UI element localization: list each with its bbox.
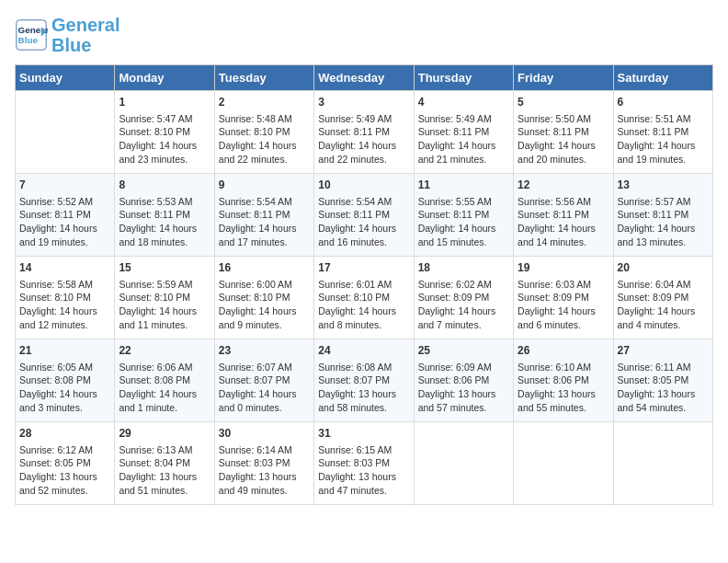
sun-info-line: Sunrise: 5:49 AM	[318, 113, 392, 124]
cell-sun-info: Sunrise: 6:14 AMSunset: 8:03 PMDaylight:…	[219, 443, 310, 498]
calendar-cell: 11Sunrise: 5:55 AMSunset: 8:11 PMDayligh…	[414, 174, 513, 257]
sun-info-line: Daylight: 14 hours	[318, 140, 396, 151]
cell-sun-info: Sunrise: 5:47 AMSunset: 8:10 PMDaylight:…	[119, 112, 210, 167]
sun-info-line: Daylight: 13 hours	[219, 471, 297, 482]
sun-info-line: Sunrise: 5:48 AM	[219, 113, 292, 124]
sun-info-line: Daylight: 14 hours	[19, 305, 97, 316]
sun-info-line: Sunrise: 6:14 AM	[219, 444, 292, 455]
sun-info-line: and 23 minutes.	[119, 154, 188, 165]
sun-info-line: and 7 minutes.	[418, 319, 482, 330]
sun-info-line: Daylight: 14 hours	[219, 140, 297, 151]
day-number: 15	[119, 260, 210, 276]
sun-info-line: Sunset: 8:10 PM	[119, 126, 190, 137]
sun-info-line: Sunset: 8:10 PM	[219, 292, 290, 303]
calendar-week-row: 1Sunrise: 5:47 AMSunset: 8:10 PMDaylight…	[16, 91, 713, 174]
calendar-cell: 25Sunrise: 6:09 AMSunset: 8:06 PMDayligh…	[414, 339, 513, 422]
sun-info-line: Sunrise: 5:54 AM	[318, 196, 392, 207]
calendar-cell: 29Sunrise: 6:13 AMSunset: 8:04 PMDayligh…	[115, 422, 214, 505]
sun-info-line: and 55 minutes.	[518, 402, 586, 413]
calendar-cell: 23Sunrise: 6:07 AMSunset: 8:07 PMDayligh…	[214, 339, 313, 422]
sun-info-line: and 18 minutes.	[119, 236, 188, 247]
sun-info-line: Sunrise: 5:55 AM	[418, 196, 492, 207]
calendar-cell: 14Sunrise: 5:58 AMSunset: 8:10 PMDayligh…	[16, 257, 115, 339]
sun-info-line: and 15 minutes.	[418, 236, 487, 247]
sun-info-line: Daylight: 14 hours	[418, 305, 496, 316]
sun-info-line: Sunset: 8:03 PM	[219, 457, 290, 468]
logo-text2: Blue	[51, 35, 119, 55]
calendar-cell: 4Sunrise: 5:49 AMSunset: 8:11 PMDaylight…	[414, 91, 513, 174]
logo: General Blue General Blue	[15, 15, 119, 55]
calendar-cell: 20Sunrise: 6:04 AMSunset: 8:09 PMDayligh…	[613, 257, 712, 339]
sun-info-line: Sunset: 8:04 PM	[119, 457, 190, 468]
sun-info-line: Daylight: 14 hours	[518, 223, 596, 234]
calendar-week-row: 28Sunrise: 6:12 AMSunset: 8:05 PMDayligh…	[16, 422, 713, 505]
sun-info-line: Sunrise: 6:02 AM	[418, 279, 492, 290]
sun-info-line: Daylight: 13 hours	[119, 471, 197, 482]
svg-text:Blue: Blue	[18, 35, 39, 45]
cell-sun-info: Sunrise: 6:13 AMSunset: 8:04 PMDaylight:…	[119, 443, 210, 498]
cell-sun-info: Sunrise: 5:53 AMSunset: 8:11 PMDaylight:…	[119, 195, 210, 249]
cell-sun-info: Sunrise: 6:15 AMSunset: 8:03 PMDaylight:…	[318, 443, 409, 498]
calendar-cell: 17Sunrise: 6:01 AMSunset: 8:10 PMDayligh…	[314, 257, 414, 339]
sun-info-line: and 4 minutes.	[618, 319, 681, 330]
day-number: 16	[219, 260, 310, 276]
sun-info-line: Daylight: 14 hours	[19, 388, 97, 399]
calendar-cell: 21Sunrise: 6:05 AMSunset: 8:08 PMDayligh…	[16, 339, 115, 422]
weekday-header-tuesday: Tuesday	[214, 65, 313, 91]
sun-info-line: Sunset: 8:10 PM	[219, 126, 290, 137]
sun-info-line: and 51 minutes.	[119, 485, 188, 496]
sun-info-line: Sunset: 8:09 PM	[418, 292, 490, 303]
sun-info-line: Sunrise: 5:59 AM	[119, 279, 192, 290]
sun-info-line: Daylight: 13 hours	[318, 388, 396, 399]
sun-info-line: Sunset: 8:08 PM	[119, 374, 190, 385]
calendar-cell: 5Sunrise: 5:50 AMSunset: 8:11 PMDaylight…	[514, 91, 613, 174]
sun-info-line: Sunrise: 6:07 AM	[219, 362, 292, 373]
sun-info-line: Sunrise: 5:52 AM	[19, 196, 93, 207]
sun-info-line: Sunset: 8:05 PM	[19, 457, 91, 468]
day-number: 6	[618, 95, 709, 110]
calendar-cell: 7Sunrise: 5:52 AMSunset: 8:11 PMDaylight…	[16, 174, 115, 257]
sun-info-line: and 22 minutes.	[318, 154, 387, 165]
day-number: 2	[219, 95, 310, 110]
day-number: 29	[119, 426, 210, 442]
day-number: 8	[119, 178, 210, 193]
sun-info-line: Daylight: 14 hours	[518, 140, 596, 151]
calendar-week-row: 7Sunrise: 5:52 AMSunset: 8:11 PMDaylight…	[16, 174, 713, 257]
sun-info-line: Daylight: 14 hours	[518, 305, 596, 316]
sun-info-line: Sunset: 8:03 PM	[318, 457, 390, 468]
sun-info-line: and 16 minutes.	[318, 236, 387, 247]
sun-info-line: Daylight: 14 hours	[418, 223, 496, 234]
day-number: 25	[418, 343, 509, 359]
sun-info-line: Daylight: 14 hours	[119, 305, 197, 316]
calendar-cell: 9Sunrise: 5:54 AMSunset: 8:11 PMDaylight…	[214, 174, 313, 257]
cell-sun-info: Sunrise: 5:58 AMSunset: 8:10 PMDaylight:…	[19, 278, 110, 332]
sun-info-line: and 17 minutes.	[219, 236, 288, 247]
day-number: 12	[518, 178, 609, 193]
sun-info-line: Sunrise: 5:57 AM	[618, 196, 691, 207]
calendar-cell: 30Sunrise: 6:14 AMSunset: 8:03 PMDayligh…	[214, 422, 313, 505]
sun-info-line: Sunset: 8:10 PM	[318, 292, 390, 303]
sun-info-line: Sunrise: 6:10 AM	[518, 362, 591, 373]
weekday-header-wednesday: Wednesday	[314, 65, 414, 91]
sun-info-line: Daylight: 13 hours	[618, 388, 696, 399]
cell-sun-info: Sunrise: 6:06 AMSunset: 8:08 PMDaylight:…	[119, 361, 210, 415]
sun-info-line: Daylight: 14 hours	[219, 305, 297, 316]
cell-sun-info: Sunrise: 5:59 AMSunset: 8:10 PMDaylight:…	[119, 278, 210, 332]
sun-info-line: Sunrise: 6:09 AM	[418, 362, 492, 373]
sun-info-line: Sunrise: 6:00 AM	[219, 279, 292, 290]
cell-sun-info: Sunrise: 6:04 AMSunset: 8:09 PMDaylight:…	[618, 278, 709, 332]
calendar-cell: 26Sunrise: 6:10 AMSunset: 8:06 PMDayligh…	[514, 339, 613, 422]
cell-sun-info: Sunrise: 6:00 AMSunset: 8:10 PMDaylight:…	[219, 278, 310, 332]
calendar-cell: 27Sunrise: 6:11 AMSunset: 8:05 PMDayligh…	[613, 339, 712, 422]
calendar-cell: 18Sunrise: 6:02 AMSunset: 8:09 PMDayligh…	[414, 257, 513, 339]
day-number: 10	[318, 178, 409, 193]
cell-sun-info: Sunrise: 5:52 AMSunset: 8:11 PMDaylight:…	[19, 195, 110, 249]
sun-info-line: Daylight: 14 hours	[618, 305, 696, 316]
day-number: 11	[418, 178, 509, 193]
calendar-cell	[16, 91, 115, 174]
cell-sun-info: Sunrise: 5:57 AMSunset: 8:11 PMDaylight:…	[618, 195, 709, 249]
cell-sun-info: Sunrise: 5:48 AMSunset: 8:10 PMDaylight:…	[219, 112, 310, 167]
weekday-header-monday: Monday	[115, 65, 214, 91]
sun-info-line: Daylight: 13 hours	[418, 388, 496, 399]
sun-info-line: Sunset: 8:11 PM	[518, 209, 589, 220]
